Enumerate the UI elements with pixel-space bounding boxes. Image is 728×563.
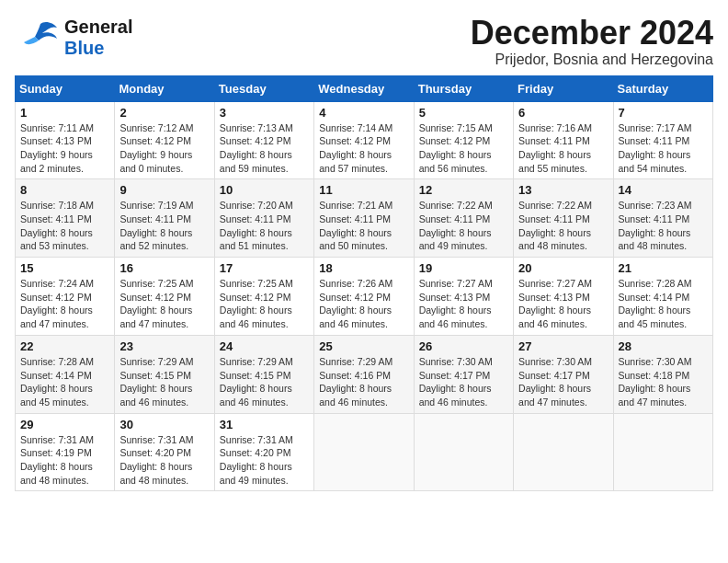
day-info: Sunrise: 7:25 AM Sunset: 4:12 PM Dayligh… — [220, 277, 309, 331]
day-header-friday: Friday — [514, 75, 613, 101]
day-number: 10 — [220, 183, 309, 197]
calendar-cell: 25 Sunrise: 7:29 AM Sunset: 4:16 PM Dayl… — [314, 335, 414, 413]
day-info: Sunrise: 7:31 AM Sunset: 4:20 PM Dayligh… — [119, 433, 209, 488]
day-info: Sunrise: 7:29 AM Sunset: 4:15 PM Dayligh… — [220, 355, 309, 409]
day-info: Sunrise: 7:11 AM Sunset: 4:13 PM Dayligh… — [20, 121, 109, 176]
title-block: December 2024 Prijedor, Bosnia and Herze… — [471, 15, 713, 68]
calendar-cell — [314, 413, 414, 491]
calendar-cell: 12 Sunrise: 7:22 AM Sunset: 4:11 PM Dayl… — [414, 179, 513, 258]
day-number: 31 — [220, 418, 309, 431]
calendar-cell: 24 Sunrise: 7:29 AM Sunset: 4:15 PM Dayl… — [214, 335, 313, 413]
calendar-cell: 7 Sunrise: 7:17 AM Sunset: 4:11 PM Dayli… — [613, 101, 712, 179]
calendar-cell: 27 Sunrise: 7:30 AM Sunset: 4:17 PM Dayl… — [514, 335, 613, 413]
day-info: Sunrise: 7:18 AM Sunset: 4:11 PM Dayligh… — [20, 199, 109, 253]
day-number: 22 — [20, 339, 109, 353]
day-info: Sunrise: 7:17 AM Sunset: 4:11 PM Dayligh… — [619, 121, 708, 176]
day-info: Sunrise: 7:16 AM Sunset: 4:11 PM Dayligh… — [518, 121, 608, 176]
day-number: 7 — [619, 106, 708, 120]
day-info: Sunrise: 7:22 AM Sunset: 4:11 PM Dayligh… — [419, 199, 508, 253]
page-header: General Blue December 2024 Prijedor, Bos… — [15, 15, 713, 68]
day-number: 18 — [319, 261, 408, 275]
month-title: December 2024 — [471, 15, 713, 52]
logo-icon — [15, 15, 61, 61]
calendar-cell: 17 Sunrise: 7:25 AM Sunset: 4:12 PM Dayl… — [214, 258, 313, 336]
calendar-cell: 22 Sunrise: 7:28 AM Sunset: 4:14 PM Dayl… — [16, 335, 115, 413]
day-number: 24 — [220, 339, 309, 353]
day-header-saturday: Saturday — [613, 75, 712, 101]
day-info: Sunrise: 7:25 AM Sunset: 4:12 PM Dayligh… — [119, 277, 209, 331]
calendar-cell: 28 Sunrise: 7:30 AM Sunset: 4:18 PM Dayl… — [613, 335, 712, 413]
calendar-cell: 4 Sunrise: 7:14 AM Sunset: 4:12 PM Dayli… — [314, 101, 414, 179]
calendar-cell: 8 Sunrise: 7:18 AM Sunset: 4:11 PM Dayli… — [16, 179, 115, 258]
calendar-cell: 20 Sunrise: 7:27 AM Sunset: 4:13 PM Dayl… — [514, 258, 613, 336]
calendar-cell: 6 Sunrise: 7:16 AM Sunset: 4:11 PM Dayli… — [514, 101, 613, 179]
calendar-header-row: SundayMondayTuesdayWednesdayThursdayFrid… — [16, 75, 713, 101]
calendar-week-1: 1 Sunrise: 7:11 AM Sunset: 4:13 PM Dayli… — [16, 101, 713, 179]
day-info: Sunrise: 7:27 AM Sunset: 4:13 PM Dayligh… — [518, 277, 608, 331]
calendar-cell: 9 Sunrise: 7:19 AM Sunset: 4:11 PM Dayli… — [115, 179, 214, 258]
day-number: 5 — [419, 106, 508, 120]
day-number: 26 — [419, 339, 508, 353]
day-info: Sunrise: 7:29 AM Sunset: 4:16 PM Dayligh… — [319, 355, 408, 409]
day-number: 27 — [518, 339, 608, 353]
day-info: Sunrise: 7:13 AM Sunset: 4:12 PM Dayligh… — [220, 121, 309, 176]
calendar-cell: 21 Sunrise: 7:28 AM Sunset: 4:14 PM Dayl… — [613, 258, 712, 336]
day-info: Sunrise: 7:24 AM Sunset: 4:12 PM Dayligh… — [20, 277, 109, 331]
day-info: Sunrise: 7:28 AM Sunset: 4:14 PM Dayligh… — [619, 277, 708, 331]
day-number: 9 — [119, 183, 209, 197]
calendar-cell: 31 Sunrise: 7:31 AM Sunset: 4:20 PM Dayl… — [214, 413, 313, 491]
calendar-week-2: 8 Sunrise: 7:18 AM Sunset: 4:11 PM Dayli… — [16, 179, 713, 258]
day-header-monday: Monday — [115, 75, 214, 101]
day-number: 1 — [20, 106, 109, 120]
day-info: Sunrise: 7:30 AM Sunset: 4:17 PM Dayligh… — [518, 355, 608, 409]
day-info: Sunrise: 7:19 AM Sunset: 4:11 PM Dayligh… — [119, 199, 209, 253]
calendar-cell: 29 Sunrise: 7:31 AM Sunset: 4:19 PM Dayl… — [16, 413, 115, 491]
day-header-tuesday: Tuesday — [214, 75, 313, 101]
calendar-cell: 16 Sunrise: 7:25 AM Sunset: 4:12 PM Dayl… — [115, 258, 214, 336]
calendar-cell: 13 Sunrise: 7:22 AM Sunset: 4:11 PM Dayl… — [514, 179, 613, 258]
day-info: Sunrise: 7:30 AM Sunset: 4:18 PM Dayligh… — [619, 355, 708, 409]
calendar-cell: 11 Sunrise: 7:21 AM Sunset: 4:11 PM Dayl… — [314, 179, 414, 258]
location-subtitle: Prijedor, Bosnia and Herzegovina — [471, 52, 713, 68]
day-info: Sunrise: 7:30 AM Sunset: 4:17 PM Dayligh… — [419, 355, 508, 409]
day-number: 25 — [319, 339, 408, 353]
calendar-cell: 1 Sunrise: 7:11 AM Sunset: 4:13 PM Dayli… — [16, 101, 115, 179]
calendar-cell: 14 Sunrise: 7:23 AM Sunset: 4:11 PM Dayl… — [613, 179, 712, 258]
day-info: Sunrise: 7:29 AM Sunset: 4:15 PM Dayligh… — [119, 355, 209, 409]
day-number: 23 — [119, 339, 209, 353]
day-number: 3 — [220, 106, 309, 120]
day-number: 15 — [20, 261, 109, 275]
day-info: Sunrise: 7:28 AM Sunset: 4:14 PM Dayligh… — [20, 355, 109, 409]
day-number: 20 — [518, 261, 608, 275]
calendar-cell: 5 Sunrise: 7:15 AM Sunset: 4:12 PM Dayli… — [414, 101, 513, 179]
logo: General Blue — [15, 15, 132, 61]
day-number: 19 — [419, 261, 508, 275]
day-number: 21 — [619, 261, 708, 275]
calendar-table: SundayMondayTuesdayWednesdayThursdayFrid… — [15, 75, 713, 492]
calendar-week-4: 22 Sunrise: 7:28 AM Sunset: 4:14 PM Dayl… — [16, 335, 713, 413]
day-number: 13 — [518, 183, 608, 197]
calendar-week-5: 29 Sunrise: 7:31 AM Sunset: 4:19 PM Dayl… — [16, 413, 713, 491]
day-number: 30 — [119, 418, 209, 431]
day-header-sunday: Sunday — [16, 75, 115, 101]
day-number: 29 — [20, 418, 109, 431]
day-info: Sunrise: 7:23 AM Sunset: 4:11 PM Dayligh… — [619, 199, 708, 253]
calendar-cell: 3 Sunrise: 7:13 AM Sunset: 4:12 PM Dayli… — [214, 101, 313, 179]
day-info: Sunrise: 7:31 AM Sunset: 4:20 PM Dayligh… — [220, 433, 309, 488]
day-info: Sunrise: 7:20 AM Sunset: 4:11 PM Dayligh… — [220, 199, 309, 253]
day-info: Sunrise: 7:12 AM Sunset: 4:12 PM Dayligh… — [119, 121, 209, 176]
calendar-cell: 15 Sunrise: 7:24 AM Sunset: 4:12 PM Dayl… — [16, 258, 115, 336]
day-header-thursday: Thursday — [414, 75, 513, 101]
day-number: 8 — [20, 183, 109, 197]
calendar-cell — [613, 413, 712, 491]
day-number: 28 — [619, 339, 708, 353]
day-number: 12 — [419, 183, 508, 197]
calendar-cell: 19 Sunrise: 7:27 AM Sunset: 4:13 PM Dayl… — [414, 258, 513, 336]
day-info: Sunrise: 7:21 AM Sunset: 4:11 PM Dayligh… — [319, 199, 408, 253]
day-number: 17 — [220, 261, 309, 275]
day-number: 2 — [119, 106, 209, 120]
day-number: 14 — [619, 183, 708, 197]
day-info: Sunrise: 7:15 AM Sunset: 4:12 PM Dayligh… — [419, 121, 508, 176]
day-number: 6 — [518, 106, 608, 120]
calendar-cell: 30 Sunrise: 7:31 AM Sunset: 4:20 PM Dayl… — [115, 413, 214, 491]
